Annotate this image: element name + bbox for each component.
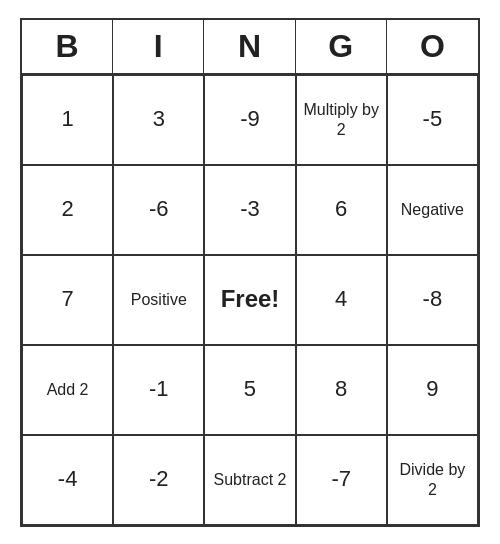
bingo-cell-20: -4 <box>22 435 113 525</box>
header-letter-i: I <box>113 20 204 73</box>
bingo-cell-0: 1 <box>22 75 113 165</box>
bingo-cell-17: 5 <box>204 345 295 435</box>
bingo-cell-5: 2 <box>22 165 113 255</box>
bingo-cell-21: -2 <box>113 435 204 525</box>
bingo-cell-1: 3 <box>113 75 204 165</box>
bingo-cell-4: -5 <box>387 75 478 165</box>
bingo-cell-14: -8 <box>387 255 478 345</box>
bingo-grid: 13-9Multiply by 2-52-6-36Negative7Positi… <box>22 75 478 525</box>
bingo-cell-16: -1 <box>113 345 204 435</box>
header-letter-o: O <box>387 20 478 73</box>
bingo-card: BINGO 13-9Multiply by 2-52-6-36Negative7… <box>20 18 480 527</box>
bingo-cell-2: -9 <box>204 75 295 165</box>
bingo-cell-12: Free! <box>204 255 295 345</box>
header-letter-n: N <box>204 20 295 73</box>
bingo-cell-23: -7 <box>296 435 387 525</box>
bingo-cell-10: 7 <box>22 255 113 345</box>
bingo-cell-8: 6 <box>296 165 387 255</box>
bingo-cell-6: -6 <box>113 165 204 255</box>
bingo-cell-18: 8 <box>296 345 387 435</box>
header-letter-b: B <box>22 20 113 73</box>
bingo-cell-15: Add 2 <box>22 345 113 435</box>
bingo-cell-9: Negative <box>387 165 478 255</box>
bingo-cell-13: 4 <box>296 255 387 345</box>
bingo-cell-11: Positive <box>113 255 204 345</box>
bingo-cell-3: Multiply by 2 <box>296 75 387 165</box>
bingo-cell-7: -3 <box>204 165 295 255</box>
bingo-header: BINGO <box>22 20 478 75</box>
bingo-cell-22: Subtract 2 <box>204 435 295 525</box>
bingo-cell-19: 9 <box>387 345 478 435</box>
bingo-cell-24: Divide by 2 <box>387 435 478 525</box>
header-letter-g: G <box>296 20 387 73</box>
